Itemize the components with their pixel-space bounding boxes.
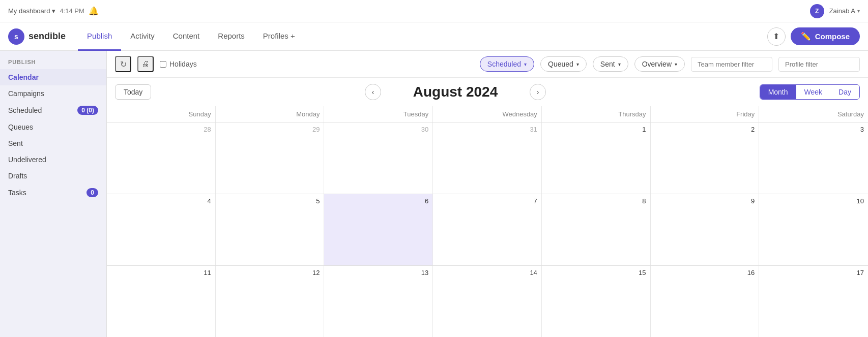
calendar-day-12[interactable]: 12 [216, 266, 325, 337]
calendar-day-10[interactable]: 10 [759, 194, 868, 265]
profile-filter[interactable] [778, 57, 860, 72]
topbar-right: Z Zainab A ▾ [810, 4, 860, 18]
user-name[interactable]: Zainab A ▾ [829, 7, 860, 15]
day-header-tuesday: Tuesday [324, 106, 433, 122]
scheduled-badge: 0 (0) [77, 106, 98, 115]
prev-month-button[interactable]: ‹ [365, 84, 381, 100]
next-arrow-icon: › [537, 88, 539, 96]
today-button[interactable]: Today [115, 84, 151, 100]
logo-icon: s [8, 28, 24, 45]
calendar-day-31[interactable]: 31 [433, 122, 542, 194]
calendar-week-1: 28 29 30 31 1 2 3 [107, 122, 868, 194]
nav-publish[interactable]: Publish [78, 22, 121, 51]
calendar-day-11[interactable]: 11 [107, 266, 216, 337]
logo: s sendible [8, 28, 66, 45]
topbar: My dashboard ▾ 4:14 PM 🔔 Z Zainab A ▾ [0, 0, 868, 22]
week-view-button[interactable]: Week [796, 85, 831, 99]
calendar-day-1[interactable]: 1 [542, 122, 651, 194]
prev-arrow-icon: ‹ [372, 88, 374, 96]
calendar-grid: Sunday Monday Tuesday Wednesday Thursday… [107, 106, 868, 337]
day-header-monday: Monday [216, 106, 325, 122]
calendar-day-3[interactable]: 3 [759, 122, 868, 194]
dashboard-name[interactable]: My dashboard ▾ [8, 7, 55, 15]
notification-bell-icon[interactable]: 🔔 [89, 6, 99, 16]
sidebar-item-undelivered[interactable]: Undelivered [0, 151, 106, 168]
calendar-day-13[interactable]: 13 [324, 266, 433, 337]
logo-text: sendible [28, 31, 66, 42]
sidebar-item-queues[interactable]: Queues [0, 119, 106, 135]
print-button[interactable]: 🖨 [137, 56, 154, 72]
day-view-button[interactable]: Day [830, 85, 859, 99]
toolbar: ↻ 🖨 Holidays Scheduled ▾ Queued ▾ Sent ▾ [107, 51, 868, 78]
sidebar-item-tasks[interactable]: Tasks 0 [0, 184, 106, 201]
holidays-checkbox[interactable] [160, 61, 166, 68]
holidays-label: Holidays [169, 60, 197, 68]
upload-button[interactable]: ⬆ [767, 27, 786, 46]
nav-reports[interactable]: Reports [209, 22, 254, 51]
day-header-thursday: Thursday [542, 106, 651, 122]
calendar-week-2: 4 5 6 7 8 9 10 [107, 194, 868, 266]
calendar-day-16[interactable]: 16 [651, 266, 760, 337]
calendar-title: August 2024 [389, 84, 522, 100]
calendar-day-14[interactable]: 14 [433, 266, 542, 337]
sent-caret-icon: ▾ [618, 62, 621, 67]
calendar-day-6[interactable]: 6 [324, 194, 433, 265]
current-time: 4:14 PM [60, 7, 84, 15]
calendar-day-17[interactable]: 17 [759, 266, 868, 337]
sidebar-item-campaigns[interactable]: Campaigns [0, 85, 106, 102]
nav-activity[interactable]: Activity [121, 22, 164, 51]
calendar-weeks: 28 29 30 31 1 2 3 4 5 6 7 8 9 10 [107, 122, 868, 337]
calendar-day-29[interactable]: 29 [216, 122, 325, 194]
day-header-wednesday: Wednesday [433, 106, 542, 122]
upload-icon: ⬆ [773, 32, 779, 41]
sidebar-item-drafts[interactable]: Drafts [0, 168, 106, 184]
day-header-sunday: Sunday [107, 106, 216, 122]
calendar-day-5[interactable]: 5 [216, 194, 325, 265]
refresh-button[interactable]: ↻ [115, 56, 131, 72]
tasks-badge: 0 [86, 188, 98, 197]
day-header-friday: Friday [651, 106, 760, 122]
calendar-day-30[interactable]: 30 [324, 122, 433, 194]
holidays-checkbox-label[interactable]: Holidays [160, 60, 197, 68]
next-month-button[interactable]: › [530, 84, 546, 100]
scheduled-caret-icon: ▾ [524, 62, 527, 67]
sidebar-item-sent[interactable]: Sent [0, 135, 106, 151]
nav-links: Publish Activity Content Reports Profile… [78, 22, 767, 51]
dashboard-label: My dashboard [8, 7, 50, 15]
avatar: Z [810, 4, 824, 18]
calendar-day-7[interactable]: 7 [433, 194, 542, 265]
sent-filter-button[interactable]: Sent ▾ [593, 56, 628, 72]
calendar-day-15[interactable]: 15 [542, 266, 651, 337]
topbar-left: My dashboard ▾ 4:14 PM 🔔 [8, 6, 99, 16]
calendar-header: Today ‹ August 2024 › Month Week Day [107, 78, 868, 106]
calendar-day-28[interactable]: 28 [107, 122, 216, 194]
nav-content[interactable]: Content [164, 22, 209, 51]
day-headers: Sunday Monday Tuesday Wednesday Thursday… [107, 106, 868, 122]
nav-profiles[interactable]: Profiles + [254, 22, 304, 51]
print-icon: 🖨 [141, 59, 150, 69]
month-view-button[interactable]: Month [760, 85, 796, 99]
sidebar-section-label: PUBLISH [0, 59, 106, 69]
view-buttons: Month Week Day [760, 84, 860, 100]
compose-button[interactable]: ✏️ Compose [791, 27, 860, 45]
navbar: s sendible Publish Activity Content Repo… [0, 22, 868, 51]
nav-right: ⬆ ✏️ Compose [767, 27, 860, 46]
overview-filter-button[interactable]: Overview ▾ [634, 56, 685, 72]
sidebar-item-scheduled[interactable]: Scheduled 0 (0) [0, 102, 106, 119]
calendar-day-4[interactable]: 4 [107, 194, 216, 265]
refresh-icon: ↻ [120, 59, 127, 69]
scheduled-filter-button[interactable]: Scheduled ▾ [480, 56, 534, 72]
queued-filter-button[interactable]: Queued ▾ [540, 56, 587, 72]
dashboard-chevron: ▾ [52, 7, 55, 15]
calendar-week-3: 11 12 13 14 15 16 17 [107, 266, 868, 337]
user-chevron-icon: ▾ [857, 8, 860, 14]
calendar-day-9[interactable]: 9 [651, 194, 760, 265]
team-member-filter[interactable] [691, 57, 772, 72]
queued-caret-icon: ▾ [576, 62, 579, 67]
sidebar-item-calendar[interactable]: Calendar [0, 69, 106, 85]
compose-pencil-icon: ✏️ [801, 32, 811, 41]
day-header-saturday: Saturday [759, 106, 868, 122]
calendar-day-2[interactable]: 2 [651, 122, 760, 194]
calendar-day-8[interactable]: 8 [542, 194, 651, 265]
overview-caret-icon: ▾ [675, 62, 677, 67]
